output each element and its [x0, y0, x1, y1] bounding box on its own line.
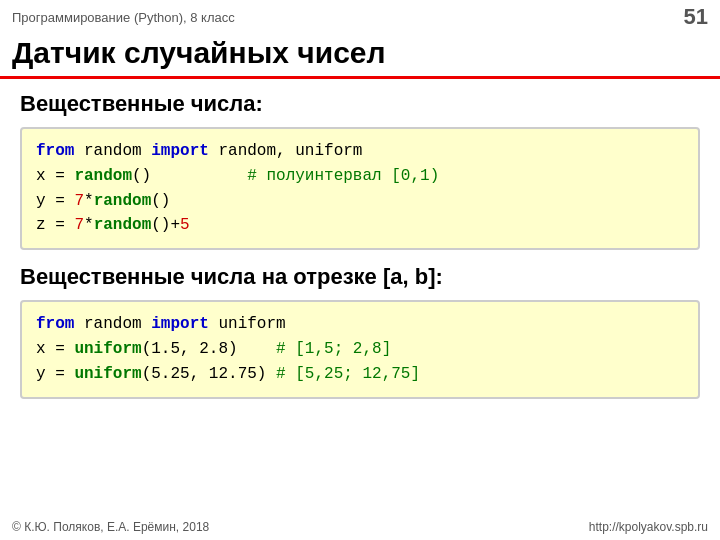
footer-right: http://kpolyakov.spb.ru — [589, 520, 708, 534]
page-title: Датчик случайных чисел — [0, 32, 720, 79]
code-block-2: from random import uniform x = uniform(1… — [20, 300, 700, 398]
section2-label: Вещественные числа на отрезке [a, b]: — [0, 260, 720, 296]
header-subtitle: Программирование (Python), 8 класс — [12, 10, 235, 25]
kw-import-2: import — [151, 315, 209, 333]
code-line-1-2: x = random() # полуинтервал [0,1) — [36, 164, 684, 189]
section1-label: Вещественные числа: — [0, 87, 720, 123]
code-block-1: from random import random, uniform x = r… — [20, 127, 700, 250]
num-5: 5 — [180, 216, 190, 234]
num-7-2: 7 — [74, 216, 84, 234]
fn-uniform-1: uniform — [74, 340, 141, 358]
kw-from-1: from — [36, 142, 74, 160]
comment-3: # [5,25; 12,75] — [276, 365, 420, 383]
footer: © К.Ю. Поляков, Е.А. Ерёмин, 2018 http:/… — [12, 520, 708, 534]
header-bar: Программирование (Python), 8 класс 51 — [0, 0, 720, 32]
footer-left: © К.Ю. Поляков, Е.А. Ерёмин, 2018 — [12, 520, 209, 534]
fn-random-1: random — [74, 167, 132, 185]
comment-1: # полуинтервал [0,1) — [247, 167, 439, 185]
num-7-1: 7 — [74, 192, 84, 210]
code-line-1-1: from random import random, uniform — [36, 139, 684, 164]
fn-uniform-2: uniform — [74, 365, 141, 383]
page-number: 51 — [684, 4, 708, 30]
fn-random-2: random — [94, 192, 152, 210]
kw-import-1: import — [151, 142, 209, 160]
page-container: Программирование (Python), 8 класс 51 Да… — [0, 0, 720, 540]
code-line-2-3: y = uniform(5.25, 12.75) # [5,25; 12,75] — [36, 362, 684, 387]
kw-from-2: from — [36, 315, 74, 333]
code-line-1-4: z = 7*random()+5 — [36, 213, 684, 238]
code-line-1-3: y = 7*random() — [36, 189, 684, 214]
fn-random-3: random — [94, 216, 152, 234]
comment-2: # [1,5; 2,8] — [276, 340, 391, 358]
code-line-2-2: x = uniform(1.5, 2.8) # [1,5; 2,8] — [36, 337, 684, 362]
code-line-2-1: from random import uniform — [36, 312, 684, 337]
